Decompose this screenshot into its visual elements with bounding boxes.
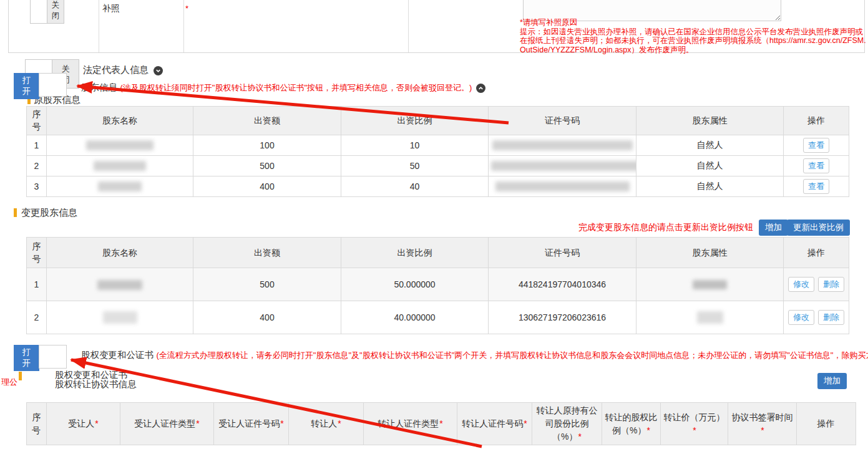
legal-rep-title: 法定代表人信息	[83, 64, 149, 75]
capital-ratio: 50	[341, 155, 489, 176]
capital-amount: 500	[193, 155, 341, 176]
required-asterisk: *	[185, 4, 188, 13]
table-header-row: 序号 股东名称 出资额 出资比例 证件号码 股东属性 操作	[27, 107, 849, 135]
row-index: 1	[27, 268, 47, 301]
col-header: 受让人*	[47, 403, 120, 445]
chevron-down-circle-icon[interactable]	[154, 66, 163, 75]
hint-line: OutSide/YYZZZFSM/Login.aspx）发布作废声明。	[520, 46, 866, 55]
cell-divider	[408, 0, 409, 52]
delete-button[interactable]: 删除	[818, 277, 844, 292]
shareholder-note: (涉及股权转让须同时打开"股权转让协议书和公证书"按钮，并填写相关信息，否则会被…	[120, 83, 472, 92]
shareholder-type: 自然人	[636, 135, 784, 155]
delete-button[interactable]: 删除	[818, 310, 844, 325]
shareholder-toggle-track[interactable]	[39, 73, 67, 97]
redacted-id-number	[495, 181, 630, 191]
id-number: 130627197206023616	[489, 301, 636, 334]
table-row: 2 500 50 自然人 查看	[27, 155, 849, 176]
redacted-shareholder-name	[97, 280, 142, 290]
reissue-hint-text: *请填写补照原因 提示：如因遗失营业执照办理补照，请确认已在国家企业信用信息公示…	[520, 18, 866, 54]
changed-shareholders-table: 序号 股东名称 出资额 出资比例 证件号码 股东属性 操作 1 500 50.0…	[26, 237, 849, 334]
col-header: 转让人*	[289, 403, 364, 445]
col-header: 操作	[797, 403, 856, 445]
redacted-shareholder-name	[98, 181, 142, 191]
shareholder-type: 自然人	[636, 155, 784, 176]
capital-ratio: 10	[341, 135, 489, 155]
table-row: 1 100 10 自然人 查看	[27, 135, 849, 155]
equity-toggle-open[interactable]: 打开	[14, 345, 39, 371]
shareholder-section-row: 股东信息 (涉及股权转让须同时打开"股权转让协议书和公证书"按钮，并填写相关信息…	[81, 82, 485, 94]
col-header: 证件号码	[489, 107, 636, 135]
table-header-row: 序号 受让人* 受让人证件类型* 受让人证件号码* 转让人* 转让人证件类型* …	[27, 403, 856, 445]
capital-ratio: 40	[341, 176, 489, 196]
col-header: 协议书签署时间*	[728, 403, 797, 445]
col-header: 转让人原持有公司股份比例（%）*	[532, 403, 602, 445]
shareholder-title: 股东信息	[81, 82, 117, 92]
table-row: 2 400 40.000000 130627197206023616 修改删除	[27, 301, 849, 334]
field-label-reissue: 补照	[102, 3, 120, 14]
col-header: 股东名称	[47, 107, 193, 135]
update-capital-ratio-button[interactable]: 更新出资比例	[787, 220, 850, 236]
modify-button[interactable]: 修改	[788, 310, 814, 325]
equity-title: 股权变更和公证书	[81, 350, 154, 360]
col-header: 操作	[784, 238, 849, 268]
shareholder-toggle-open[interactable]: 打开	[14, 73, 39, 99]
hint-line: *请填写补照原因	[520, 18, 866, 27]
col-header: 转让的股权比例（%）*	[602, 403, 661, 445]
capital-amount: 400	[193, 301, 341, 334]
view-button[interactable]: 查看	[803, 138, 829, 153]
col-header: 受让人证件类型*	[120, 403, 214, 445]
cell-divider	[99, 0, 99, 52]
equity-note-wrap: 理公	[1, 377, 17, 388]
toggle-label: 关闭	[51, 0, 59, 21]
hint-line: 在报纸上刊登遗失声明；如都未执行，可在营业执照作废声明填报系统（https://…	[520, 36, 866, 46]
redacted-shareholder-name	[86, 140, 154, 150]
redacted-shareholder-name	[94, 161, 146, 171]
equity-toggle-track[interactable]	[39, 345, 67, 369]
col-header: 出资额	[193, 238, 341, 268]
view-button[interactable]: 查看	[803, 179, 829, 194]
id-number: 441824197704010346	[489, 268, 636, 301]
col-header: 出资比例	[341, 107, 489, 135]
col-header: 证件号码	[489, 238, 636, 268]
cell-divider	[183, 0, 184, 52]
capital-amount: 100	[193, 135, 341, 155]
equity-note: (全流程方式办理股权转让，请务必同时打开"股东信息"及"股权转让协议书和公证书"…	[156, 350, 868, 360]
section-marker	[19, 372, 22, 380]
view-button[interactable]: 查看	[803, 158, 829, 173]
transfer-agreement-table: 序号 受让人* 受让人证件类型* 受让人证件号码* 转让人* 转让人证件类型* …	[26, 402, 856, 445]
changed-shareholders-title: 变更股东信息	[21, 207, 77, 219]
col-header: 股东属性	[636, 107, 784, 135]
redacted-shareholder-type	[693, 280, 727, 289]
capital-amount: 500	[193, 268, 341, 301]
col-header: 序号	[27, 238, 47, 268]
agreement-title: 股权转让协议书信息	[55, 379, 137, 390]
registration-form-page: 关闭 补照 * *请填写补照原因 提示：如因遗失营业执照办理补照，请确认已在国家…	[0, 0, 868, 449]
table-row: 3 400 40 自然人 查看	[27, 176, 849, 196]
col-header: 操作	[784, 107, 849, 135]
capital-ratio: 40.000000	[341, 301, 489, 334]
update-ratio-hint: 完成变更股东信息的请点击更新出资比例按钮	[578, 222, 753, 233]
row-index: 2	[27, 301, 47, 334]
col-header: 转让人证件类型*	[364, 403, 457, 445]
toggle-state-label: 关闭	[47, 0, 64, 24]
col-header: 转让人证件号码*	[457, 403, 532, 445]
redacted-id-number	[491, 161, 636, 171]
reissue-toggle-closed[interactable]: 关闭	[30, 0, 64, 24]
redacted-shareholder-name	[103, 311, 137, 324]
toggle-label: 打开	[22, 75, 31, 97]
redacted-shareholder-type	[697, 311, 723, 324]
col-header: 股东名称	[47, 238, 193, 268]
col-header: 出资比例	[341, 238, 489, 268]
capital-ratio: 50.000000	[341, 268, 489, 301]
section-marker	[14, 208, 17, 217]
toggle-knob	[30, 0, 47, 24]
row-index: 3	[27, 176, 47, 196]
capital-amount: 400	[193, 176, 341, 196]
table-header-row: 序号 股东名称 出资额 出资比例 证件号码 股东属性 操作	[27, 238, 849, 268]
modify-button[interactable]: 修改	[788, 277, 814, 292]
add-shareholder-button[interactable]: 增加	[759, 220, 788, 236]
chevron-up-circle-icon[interactable]	[476, 84, 485, 93]
row-index: 2	[27, 155, 47, 176]
col-header: 序号	[27, 107, 47, 135]
add-agreement-button[interactable]: 增加	[817, 373, 847, 389]
